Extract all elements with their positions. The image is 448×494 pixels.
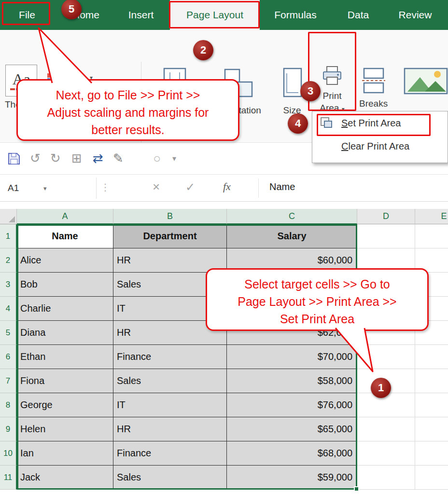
cell-A5[interactable]: Diana	[17, 321, 113, 345]
cell-D10[interactable]	[357, 441, 415, 466]
formula-bar-content[interactable]: Name	[269, 181, 295, 192]
cell-C9[interactable]: $65,000	[227, 417, 357, 441]
confirm-entry-icon[interactable]: ✓	[185, 180, 195, 194]
cell-D9[interactable]	[357, 417, 415, 441]
cell-A6[interactable]: Ethan	[17, 345, 113, 369]
cell-A4[interactable]: Charlie	[17, 297, 113, 321]
column-header-C[interactable]: C	[227, 209, 357, 224]
set-print-area-label: Set Print Area	[341, 118, 401, 129]
row-header-5[interactable]: 5	[0, 321, 17, 345]
background-button[interactable]	[404, 67, 448, 96]
fit-width-icon[interactable]: ⇄	[90, 151, 106, 167]
cell-E6[interactable]	[415, 345, 448, 369]
tab-file[interactable]: File	[6, 0, 48, 30]
cell-C8[interactable]: $76,000	[227, 393, 357, 417]
draw-pencil-icon[interactable]: ✎	[110, 151, 126, 167]
undo-icon[interactable]: ↺	[27, 151, 43, 167]
step-badge-4: 4	[288, 113, 308, 134]
callout-select-cells: Select target cells >> Go to Page Layout…	[206, 268, 429, 331]
callout-file-print: Next, go to File >> Print >> Adjust scal…	[16, 79, 239, 141]
shape-circle-icon[interactable]: ○	[149, 151, 165, 167]
cell-B6[interactable]: Finance	[113, 345, 227, 369]
cell-D11[interactable]	[357, 466, 415, 490]
cell-E8[interactable]	[415, 393, 448, 417]
column-header-E[interactable]: E	[415, 209, 448, 224]
row-header-1[interactable]: 1	[0, 224, 17, 248]
cell-A9[interactable]: Helen	[17, 417, 113, 441]
cell-E11[interactable]	[415, 466, 448, 490]
cell-C10[interactable]: $68,000	[227, 441, 357, 466]
callout-line: Set Print Area	[207, 310, 427, 328]
redo-icon[interactable]: ↻	[47, 151, 64, 167]
breaks-button[interactable]: Breaks ▾	[359, 67, 388, 115]
row-header-2[interactable]: 2	[0, 248, 17, 273]
column-header-B[interactable]: B	[113, 209, 227, 224]
cell-A11[interactable]: Jack	[17, 466, 113, 490]
cell-B9[interactable]: HR	[113, 417, 227, 441]
row-header-10[interactable]: 10	[0, 441, 17, 466]
menu-item-clear-print-area[interactable]: Clear Print Area	[312, 135, 448, 158]
name-box-value: A1	[8, 183, 19, 193]
tab-review[interactable]: Review	[391, 0, 439, 30]
formula-bar-separator	[258, 178, 259, 198]
name-box-caret-icon[interactable]: ▾	[43, 185, 47, 192]
name-box[interactable]: A1 ▾	[1, 178, 97, 199]
cell-A8[interactable]: George	[17, 393, 113, 417]
cell-D1[interactable]	[357, 224, 415, 248]
cell-B10[interactable]: Finance	[113, 441, 227, 466]
step-badge-3: 3	[300, 81, 321, 101]
tab-data[interactable]: Data	[341, 0, 376, 30]
callout-line: Select target cells >> Go to	[207, 275, 427, 293]
cell-B11[interactable]: Sales	[113, 466, 227, 490]
cell-A1[interactable]: Name	[17, 224, 113, 248]
cell-C6[interactable]: $70,000	[227, 345, 357, 369]
save-icon[interactable]	[6, 151, 22, 167]
formula-bar: A1 ▾ ⋮ × ✓ fx Name	[0, 175, 448, 202]
cell-A2[interactable]: Alice	[17, 248, 113, 273]
tab-formulas[interactable]: Formulas	[266, 0, 324, 30]
callout-line: Adjust scaling and margins for	[18, 104, 238, 121]
cell-A10[interactable]: Ian	[17, 441, 113, 466]
fill-handle[interactable]	[354, 486, 359, 492]
step-badge-2: 2	[193, 40, 213, 60]
background-icon	[404, 67, 448, 96]
row-header-4[interactable]: 4	[0, 297, 17, 321]
cell-E1[interactable]	[415, 224, 448, 248]
cell-E7[interactable]	[415, 369, 448, 393]
cell-B1[interactable]: Department	[113, 224, 227, 248]
column-header-A[interactable]: A	[17, 209, 113, 224]
sheet-grid: ABCDE1NameDepartmentSalary2AliceHR$60,00…	[0, 209, 448, 490]
insert-function-icon[interactable]: fx	[223, 180, 231, 193]
qat-more-caret-icon[interactable]: ▾	[166, 151, 182, 167]
callout-line: better results.	[18, 121, 238, 138]
formula-bar-resize-dots[interactable]: ⋮	[100, 181, 110, 193]
cell-C1[interactable]: Salary	[227, 224, 357, 248]
cell-C7[interactable]: $58,000	[227, 369, 357, 393]
breaks-icon	[360, 67, 387, 96]
cancel-entry-icon[interactable]: ×	[153, 179, 160, 194]
row-header-7[interactable]: 7	[0, 369, 17, 393]
cell-B7[interactable]: Sales	[113, 369, 227, 393]
row-header-3[interactable]: 3	[0, 273, 17, 297]
column-header-D[interactable]: D	[357, 209, 415, 224]
view-grid-icon[interactable]: ⊞	[69, 151, 85, 167]
cell-C11[interactable]: $59,000	[227, 466, 357, 490]
select-all-corner[interactable]	[0, 209, 17, 224]
cell-D8[interactable]	[357, 393, 415, 417]
cell-A7[interactable]: Fiona	[17, 369, 113, 393]
row-header-9[interactable]: 9	[0, 417, 17, 441]
cell-B8[interactable]: IT	[113, 393, 227, 417]
cell-E10[interactable]	[415, 441, 448, 466]
cell-D6[interactable]	[357, 345, 415, 369]
tab-page-layout[interactable]: Page Layout	[170, 0, 260, 30]
callout-line: Page Layout >> Print Area >>	[207, 293, 427, 310]
row-header-6[interactable]: 6	[0, 345, 17, 369]
row-header-8[interactable]: 8	[0, 393, 17, 417]
row-header-11[interactable]: 11	[0, 466, 17, 490]
tab-insert[interactable]: Insert	[121, 0, 161, 30]
step-badge-5: 5	[61, 0, 82, 19]
menu-item-set-print-area[interactable]: Set Print Area	[312, 111, 448, 135]
cell-A3[interactable]: Bob	[17, 273, 113, 297]
set-print-area-icon	[319, 117, 334, 129]
cell-E9[interactable]	[415, 417, 448, 441]
